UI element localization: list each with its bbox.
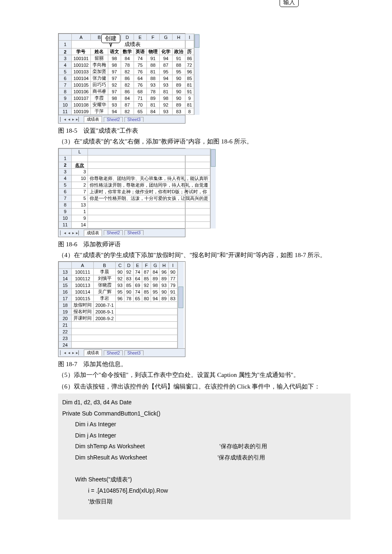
cell: 98 — [159, 95, 172, 102]
table-row: 22 — [59, 328, 178, 335]
cell: 65 — [133, 295, 142, 302]
table-row: 2名次 — [59, 162, 210, 168]
table-row: 19报名时间2008-9-1 — [59, 309, 178, 315]
cell: 93 — [159, 108, 172, 115]
sheet-tab-active[interactable]: 成绩表 — [84, 350, 102, 356]
cell: 94 — [159, 55, 172, 62]
scroll-thumb[interactable] — [195, 34, 200, 48]
vertical-scrollbar[interactable] — [210, 148, 216, 228]
sheet-tab-active[interactable]: 成绩表 — [84, 116, 102, 122]
cell: 87 — [142, 269, 151, 275]
cell: 100103 — [72, 68, 91, 75]
col-I: I — [185, 34, 194, 41]
sheet-nav-icon[interactable]: ▏◂ ◂ ▸ ▸▏ — [60, 117, 82, 121]
sheet-tab[interactable]: Sheet3 — [124, 117, 144, 122]
cell: 100112 — [72, 275, 94, 282]
row-num: 4 — [59, 175, 72, 182]
table-row: 18放假时间2008-7-1 — [59, 302, 178, 309]
hdr: 物理 — [146, 49, 159, 55]
row-num: 23 — [59, 335, 72, 342]
cell: 74 — [133, 269, 142, 275]
sheet-nav-icon[interactable]: ▏◂ ◂ ▸ ▸▏ — [60, 350, 82, 355]
corner-cell — [59, 262, 72, 269]
hdr: 数学 — [121, 49, 134, 55]
cell: 82 — [121, 82, 134, 88]
cell: 72 — [185, 62, 194, 68]
vertical-scrollbar[interactable] — [194, 34, 200, 115]
cell: 9 — [185, 95, 194, 102]
table-row: 23 — [59, 335, 178, 342]
row-num: 20 — [59, 315, 72, 322]
cell: 94 — [159, 75, 172, 82]
row-num: 10 — [59, 102, 72, 108]
table-row: 6100104张力健97866488949085 — [59, 75, 194, 82]
cell: 64 — [134, 75, 146, 82]
sheet-tab[interactable]: Sheet2 — [104, 350, 123, 355]
sheet-tab-bar: ▏◂ ◂ ▸ ▸▏ 成绩表 Sheet2 Sheet3 — [58, 348, 185, 357]
row-num: 7 — [59, 195, 72, 202]
document-page: 输入 创建 A B C D E F G H — [0, 0, 392, 536]
row-num: 24 — [59, 342, 72, 348]
table-row: 33 — [59, 168, 210, 175]
sheet-tab-active[interactable]: 成绩表 — [84, 230, 102, 236]
cell: 92 — [142, 282, 151, 289]
cell: 李岩 — [94, 295, 116, 302]
para-4: （4）在"成绩表"的学生成绩下添加"放假时间"、"报名时间"和"开课时间"等内容… — [58, 250, 351, 261]
excel-fig6-table: L 1 2名次 33 410你尊敬老师、团结同学、关心班集体，待人有礼，能认真听… — [58, 148, 210, 228]
cell: 83 — [168, 295, 177, 302]
sheet-nav-icon[interactable]: ▏◂ ◂ ▸ ▸▏ — [60, 231, 82, 235]
row-num: 2 — [59, 49, 72, 55]
table-row: 11100109于萍9482658493838 — [59, 108, 194, 115]
col-G: G — [159, 34, 172, 41]
table-row: 10100108安耀华93877081928981 — [59, 102, 194, 108]
cell: 90 — [160, 289, 168, 295]
hdr: 英语 — [134, 49, 146, 55]
cell: 85 — [142, 275, 151, 282]
sheet-tab[interactable]: Sheet3 — [124, 350, 144, 355]
cell — [88, 168, 210, 175]
row-num: 15 — [59, 282, 72, 289]
col-M — [88, 148, 210, 155]
cell: 100106 — [72, 88, 91, 95]
col-header-row: A B C D E F G H I — [59, 262, 178, 269]
row-num: 8 — [59, 202, 72, 208]
cell: 88 — [146, 62, 159, 68]
table-row: 109 — [59, 215, 210, 221]
cell: 96 — [116, 295, 124, 302]
row-num: 2 — [59, 162, 72, 168]
hdr: 历 — [185, 49, 194, 55]
cell: 93 — [108, 102, 121, 108]
sheet-tab[interactable]: Sheet2 — [104, 117, 123, 122]
cell: 93 — [159, 82, 172, 88]
cell: 于萍 — [90, 108, 108, 115]
cell: 100101 — [72, 55, 91, 62]
cell: 78 — [146, 88, 159, 95]
cell: 李霞 — [90, 95, 108, 102]
cell: 1 — [72, 208, 88, 215]
cell: 张晓霞 — [94, 282, 116, 289]
cell: 吴广辉 — [94, 289, 116, 295]
scroll-thumb[interactable] — [178, 287, 183, 308]
sheet-tab[interactable]: Sheet3 — [124, 230, 144, 235]
cell: 85 — [124, 282, 133, 289]
cell: 89 — [172, 102, 185, 108]
cell: 张力健 — [90, 75, 108, 82]
vertical-scrollbar[interactable] — [178, 262, 184, 348]
excel-fig5: A B C D E F G H I 1 成绩表 — [58, 33, 185, 124]
hdr-mingci: 名次 — [72, 162, 88, 168]
col-E: E — [134, 34, 146, 41]
cell: 8 — [185, 108, 194, 115]
cell: 86 — [121, 75, 134, 82]
cell: 70 — [134, 102, 146, 108]
cell: 13 — [72, 202, 88, 208]
col-L: L — [72, 148, 88, 155]
cell: 100108 — [72, 102, 91, 108]
cell: 14 — [72, 221, 88, 228]
row-num: 19 — [59, 309, 72, 315]
cell: 97 — [108, 68, 121, 75]
row-num: 5 — [59, 68, 72, 75]
code-comment: '保存临时表的引用 — [219, 443, 267, 450]
scroll-thumb[interactable] — [211, 149, 216, 167]
sheet-tab[interactable]: Sheet2 — [104, 230, 123, 235]
cell: 90 — [172, 95, 185, 102]
